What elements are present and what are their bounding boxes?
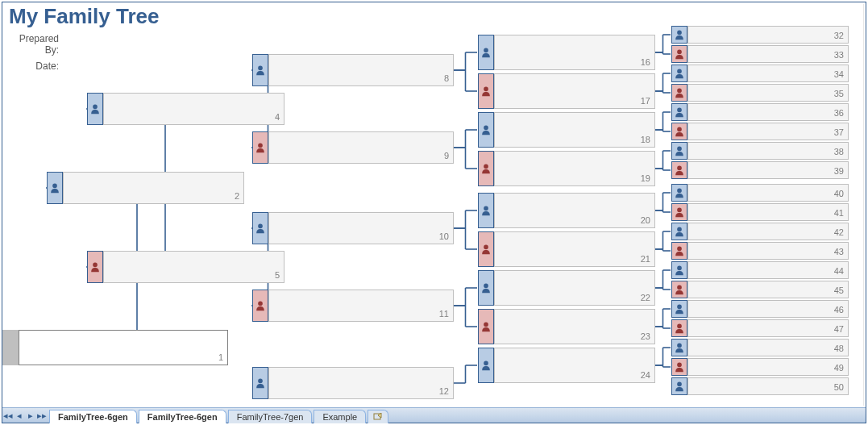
tab-example[interactable]: Example <box>314 410 366 423</box>
person-box-22[interactable]: 22 <box>494 270 655 306</box>
svg-point-24 <box>677 166 682 171</box>
female-person-icon <box>671 161 687 179</box>
person-number: 33 <box>834 50 844 60</box>
svg-point-8 <box>484 48 488 53</box>
person-box-40[interactable]: 40 <box>687 184 849 202</box>
person-box-48[interactable]: 48 <box>687 339 849 356</box>
person-number: 40 <box>834 189 844 198</box>
female-person-icon <box>87 251 103 283</box>
person-box-17[interactable]: 17 <box>494 73 655 109</box>
female-person-icon <box>478 73 494 109</box>
svg-point-11 <box>484 165 488 169</box>
person-number: 18 <box>641 135 650 144</box>
tab-nav-next[interactable]: ▸ <box>25 410 36 421</box>
person-box-35[interactable]: 35 <box>687 84 849 102</box>
svg-point-26 <box>677 208 682 213</box>
person-box-43[interactable]: 43 <box>687 242 849 260</box>
person-box-42[interactable]: 42 <box>687 223 849 240</box>
male-person-icon <box>671 26 687 44</box>
male-person-icon <box>478 193 494 228</box>
female-person-icon <box>671 319 687 337</box>
person-number: 16 <box>641 57 650 67</box>
person-box-50[interactable]: 50 <box>687 377 849 395</box>
person-number: 43 <box>834 247 844 256</box>
person-number: 49 <box>834 363 844 373</box>
person-box-44[interactable]: 44 <box>687 261 849 279</box>
person-number: 38 <box>834 147 844 156</box>
female-person-icon <box>478 151 494 186</box>
svg-point-9 <box>484 87 488 92</box>
new-sheet-icon <box>373 413 383 421</box>
person-box-19[interactable]: 19 <box>494 151 655 186</box>
person-box-47[interactable]: 47 <box>687 319 849 337</box>
tab-familytree-6gen[interactable]: FamilyTree-6gen <box>49 410 137 423</box>
person-number: 50 <box>834 382 844 392</box>
person-number: 5 <box>275 270 280 280</box>
tab-nav-prev[interactable]: ◂ <box>14 410 25 421</box>
person-box-49[interactable]: 49 <box>687 358 849 376</box>
male-person-icon <box>478 35 494 70</box>
person-number: 20 <box>641 215 650 225</box>
female-person-icon <box>252 131 268 164</box>
person-number: 48 <box>834 344 844 353</box>
person-box-4[interactable]: 4 <box>103 93 284 125</box>
svg-point-32 <box>677 324 682 329</box>
person-number: 24 <box>641 370 650 380</box>
svg-point-7 <box>258 379 263 384</box>
person-box-2[interactable]: 2 <box>63 172 244 204</box>
tab-nav-first[interactable]: ◂◂ <box>2 410 14 421</box>
female-person-icon <box>671 242 687 260</box>
tab-familytree-6gen[interactable]: FamilyTree-6gen <box>139 410 226 423</box>
person-box-5[interactable]: 5 <box>103 251 284 283</box>
person-box-39[interactable]: 39 <box>687 161 849 179</box>
female-person-icon <box>671 358 687 376</box>
person-box-16[interactable]: 16 <box>494 35 655 70</box>
svg-point-17 <box>677 31 682 35</box>
female-person-icon <box>671 281 687 298</box>
person-box-36[interactable]: 36 <box>687 103 849 121</box>
person-number: 8 <box>444 73 449 83</box>
person-box-9[interactable]: 9 <box>268 131 454 164</box>
male-person-icon <box>671 300 687 318</box>
svg-point-0 <box>52 184 57 189</box>
male-person-icon <box>671 339 687 356</box>
male-person-icon <box>478 112 494 148</box>
person-box-12[interactable]: 12 <box>268 367 454 399</box>
male-person-icon <box>671 142 687 160</box>
female-person-icon <box>478 231 494 267</box>
person-box-10[interactable]: 10 <box>268 212 454 244</box>
person-number: 41 <box>834 208 844 218</box>
person-box-23[interactable]: 23 <box>494 309 655 344</box>
person-box-41[interactable]: 41 <box>687 203 849 221</box>
svg-point-30 <box>677 285 682 290</box>
svg-point-5 <box>258 224 263 229</box>
svg-point-21 <box>677 108 682 113</box>
person-box-32[interactable]: 32 <box>687 26 849 44</box>
svg-point-28 <box>677 247 682 252</box>
person-box-11[interactable]: 11 <box>268 290 454 322</box>
person-box-1[interactable]: 1 <box>19 330 228 365</box>
person-number: 1 <box>218 352 223 362</box>
tab-nav-last[interactable]: ▸▸ <box>36 410 48 421</box>
person-box-38[interactable]: 38 <box>687 142 849 160</box>
person-box-18[interactable]: 18 <box>494 112 655 148</box>
person-box-24[interactable]: 24 <box>494 348 655 383</box>
person-box-37[interactable]: 37 <box>687 123 849 140</box>
person-box-46[interactable]: 46 <box>687 300 849 318</box>
tab-familytree-7gen[interactable]: FamilyTree-7gen <box>228 410 313 423</box>
person-box-34[interactable]: 34 <box>687 65 849 82</box>
svg-point-34 <box>677 363 682 368</box>
person-number: 17 <box>641 96 650 106</box>
person-box-8[interactable]: 8 <box>268 54 454 86</box>
root-marker <box>2 330 19 365</box>
person-number: 37 <box>834 127 844 137</box>
tab-new[interactable] <box>368 410 388 423</box>
svg-point-20 <box>677 89 682 94</box>
person-box-45[interactable]: 45 <box>687 281 849 298</box>
person-number: 32 <box>834 31 844 40</box>
person-number: 45 <box>834 285 844 295</box>
person-box-20[interactable]: 20 <box>494 193 655 228</box>
person-box-21[interactable]: 21 <box>494 231 655 267</box>
male-person-icon <box>478 270 494 306</box>
person-box-33[interactable]: 33 <box>687 45 849 63</box>
